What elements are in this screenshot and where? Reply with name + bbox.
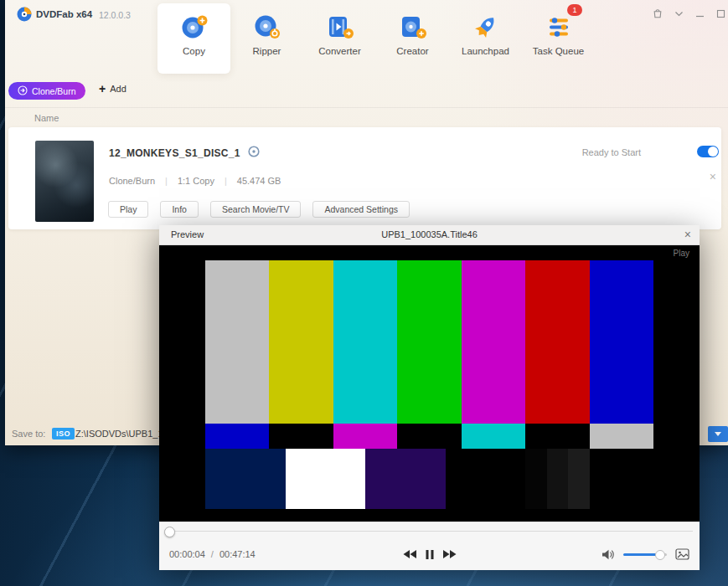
save-path-dropdown[interactable] — [708, 426, 728, 442]
play-overlay-label: Play — [674, 249, 689, 258]
task-queue-badge: 1 — [567, 4, 582, 16]
cast-black-1 — [269, 424, 333, 449]
copy-icon — [179, 12, 209, 42]
preview-header: Preview UPB1_100035A.Title46 × — [159, 225, 700, 245]
maximize-icon[interactable] — [715, 8, 726, 19]
player-controls: 00:00:04 / 00:47:14 — [159, 522, 700, 570]
nav-label-task-queue: Task Queue — [522, 46, 595, 56]
row-actions: Play Info Search Movie/TV Advanced Setti… — [108, 201, 410, 218]
bar-magenta — [462, 260, 525, 424]
cast-black-2 — [397, 424, 461, 449]
app-logo-icon — [17, 7, 32, 22]
time-display: 00:00:04 / 00:47:14 — [169, 549, 256, 559]
task-queue-icon — [544, 12, 574, 42]
clone-burn-mode-button[interactable]: Clone/Burn — [8, 82, 85, 100]
bar-green — [397, 260, 461, 424]
status-text: Ready to Start — [582, 147, 641, 157]
play-button[interactable]: Play — [108, 201, 148, 218]
volume-knob[interactable] — [655, 550, 665, 560]
nav-tab-converter[interactable]: Converter — [303, 3, 376, 74]
disc-title: 12_MONKEYS_S1_DISC_1 — [109, 147, 240, 159]
search-movie-button[interactable]: Search Movie/TV — [210, 201, 302, 218]
nav-tab-ripper[interactable]: Ripper — [230, 3, 303, 74]
meta-mode: Clone/Burn — [109, 176, 155, 186]
bar-quadrature — [365, 449, 446, 509]
transport-controls — [402, 549, 457, 559]
meta-copy-mode: 1:1 Copy — [178, 176, 214, 186]
mode-label: Clone/Burn — [32, 86, 76, 96]
add-source-button[interactable]: + Add — [94, 82, 132, 95]
smpte-castellation-row — [205, 424, 653, 449]
snapshot-icon[interactable] — [675, 548, 689, 560]
bar-red — [525, 260, 589, 424]
time-current: 00:00:04 — [169, 549, 205, 559]
volume-icon[interactable] — [602, 549, 615, 560]
mode-row: Clone/Burn + Add — [5, 79, 728, 108]
window-controls — [652, 8, 726, 19]
converter-icon — [325, 12, 355, 42]
chevron-down-icon[interactable] — [673, 8, 684, 19]
cast-black-3 — [525, 424, 589, 449]
source-row: 12_MONKEYS_S1_DISC_1 Clone/Burn|1:1 Copy… — [8, 127, 721, 229]
pluge-light — [568, 449, 590, 509]
cast-blue — [205, 424, 269, 449]
seek-handle[interactable] — [164, 527, 175, 537]
bar-gray — [205, 260, 269, 424]
pause-icon[interactable] — [426, 550, 433, 559]
disc-media-icon — [248, 146, 260, 161]
store-icon[interactable] — [652, 8, 663, 19]
remove-row-icon[interactable]: × — [710, 171, 716, 182]
preview-subtitle: UPB1_100035A.Title46 — [159, 229, 700, 239]
smpte-top-row — [205, 260, 653, 424]
pluge-mid — [547, 449, 568, 509]
bar-white — [286, 449, 366, 509]
cast-gray — [590, 424, 653, 449]
nav-tab-task-queue[interactable]: 1 Task Queue — [522, 3, 595, 74]
nav-label-creator: Creator — [376, 46, 449, 56]
close-icon[interactable]: × — [684, 228, 691, 241]
nav-tab-copy[interactable]: Copy — [157, 3, 230, 74]
minimize-icon[interactable] — [694, 8, 705, 19]
disc-thumbnail — [35, 141, 94, 222]
plus-icon: + — [99, 83, 106, 95]
add-label: Add — [110, 84, 126, 94]
app-version: 12.0.0.3 — [99, 10, 131, 20]
main-nav: Copy Ripper — [157, 3, 595, 74]
cast-cyan — [462, 424, 525, 449]
column-header-name: Name — [34, 113, 59, 123]
nav-tab-launchpad[interactable]: Launchpad — [449, 3, 522, 74]
enable-toggle[interactable] — [697, 146, 719, 157]
bar-in-phase — [205, 449, 286, 509]
time-separator: / — [211, 549, 214, 559]
creator-icon — [398, 12, 428, 42]
volume-slider[interactable] — [623, 553, 667, 556]
rewind-icon[interactable] — [402, 549, 416, 559]
caret-down-icon — [715, 432, 721, 436]
bar-cyan — [333, 260, 397, 424]
bar-black-end — [590, 449, 653, 509]
launchpad-icon — [471, 12, 501, 42]
ripper-icon — [252, 12, 282, 42]
app-title: DVDFab x64 — [36, 9, 92, 19]
format-badge: ISO — [52, 428, 75, 440]
nav-tab-creator[interactable]: Creator — [376, 3, 449, 74]
nav-label-launchpad: Launchpad — [449, 46, 522, 56]
cast-magenta — [333, 424, 397, 449]
pluge-dark — [525, 449, 546, 509]
time-total: 00:47:14 — [219, 549, 256, 559]
bar-yellow — [269, 260, 333, 424]
info-button[interactable]: Info — [160, 201, 199, 218]
meta-size: 45.474 GB — [237, 176, 281, 186]
arrow-circle-icon — [18, 85, 28, 97]
bar-blue — [590, 260, 653, 424]
video-area[interactable]: Play — [159, 245, 700, 522]
advanced-settings-button[interactable]: Advanced Settings — [312, 201, 410, 218]
nav-label-ripper: Ripper — [230, 46, 303, 56]
preview-dialog: Preview UPB1_100035A.Title46 × Play 00:0… — [159, 225, 700, 569]
toggle-knob — [708, 146, 718, 157]
save-to-label: Save to: — [12, 429, 45, 439]
fast-forward-icon[interactable] — [442, 549, 457, 559]
nav-label-converter: Converter — [303, 46, 376, 56]
seek-bar[interactable] — [166, 531, 693, 532]
smpte-pluge-row — [205, 449, 653, 509]
